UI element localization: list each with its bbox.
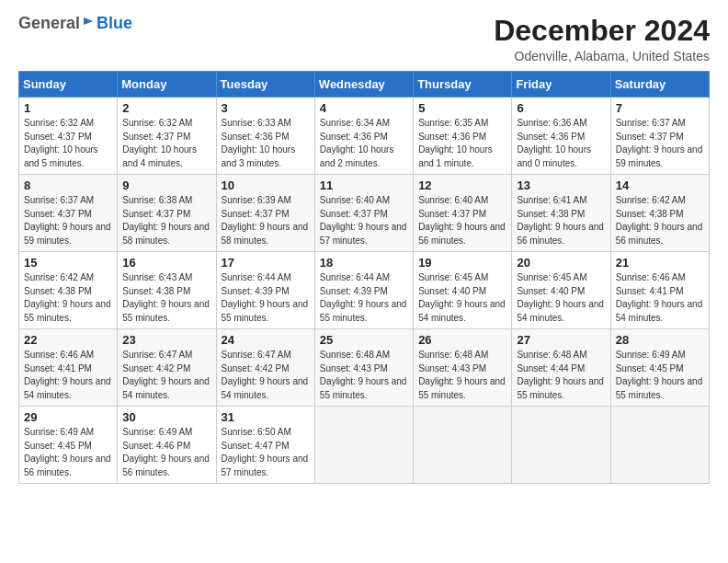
- calendar-cell: 19 Sunrise: 6:45 AMSunset: 4:40 PMDaylig…: [414, 252, 512, 329]
- calendar-cell: 22 Sunrise: 6:46 AMSunset: 4:41 PMDaylig…: [19, 329, 118, 407]
- day-number: 14: [616, 178, 704, 192]
- logo-general-text: General: [18, 15, 80, 31]
- header: General Blue December 2024 Odenville, Al…: [18, 15, 710, 63]
- day-number: 3: [222, 101, 310, 115]
- calendar-cell: 2 Sunrise: 6:32 AMSunset: 4:37 PMDayligh…: [118, 98, 216, 175]
- day-info: Sunrise: 6:32 AMSunset: 4:37 PMDaylight:…: [122, 118, 197, 168]
- calendar-cell: [314, 407, 413, 484]
- day-number: 5: [418, 101, 506, 115]
- calendar-cell: 4 Sunrise: 6:34 AMSunset: 4:36 PMDayligh…: [314, 98, 413, 175]
- day-info: Sunrise: 6:42 AMSunset: 4:38 PMDaylight:…: [616, 195, 703, 246]
- svg-marker-0: [84, 17, 93, 25]
- location: Odenville, Alabama, United States: [494, 49, 710, 63]
- day-number: 8: [24, 178, 112, 192]
- day-info: Sunrise: 6:48 AMSunset: 4:44 PMDaylight:…: [517, 350, 604, 400]
- day-info: Sunrise: 6:49 AMSunset: 4:45 PMDaylight:…: [616, 350, 703, 400]
- day-info: Sunrise: 6:40 AMSunset: 4:37 PMDaylight:…: [418, 195, 506, 246]
- logo-flag-icon: [82, 17, 95, 29]
- calendar-cell: 5 Sunrise: 6:35 AMSunset: 4:36 PMDayligh…: [414, 98, 512, 175]
- calendar-cell: 18 Sunrise: 6:44 AMSunset: 4:39 PMDaylig…: [314, 252, 413, 329]
- day-number: 2: [122, 101, 210, 115]
- calendar-week-row: 1 Sunrise: 6:32 AMSunset: 4:37 PMDayligh…: [19, 98, 710, 175]
- day-number: 25: [320, 333, 408, 347]
- month-title: December 2024: [494, 15, 710, 47]
- day-info: Sunrise: 6:32 AMSunset: 4:37 PMDaylight:…: [24, 118, 98, 168]
- day-info: Sunrise: 6:47 AMSunset: 4:42 PMDaylight:…: [222, 350, 309, 400]
- calendar-cell: 29 Sunrise: 6:49 AMSunset: 4:45 PMDaylig…: [19, 407, 118, 484]
- calendar-cell: 11 Sunrise: 6:40 AMSunset: 4:37 PMDaylig…: [314, 175, 413, 252]
- calendar-cell: 17 Sunrise: 6:44 AMSunset: 4:39 PMDaylig…: [216, 252, 314, 329]
- calendar-cell: 6 Sunrise: 6:36 AMSunset: 4:36 PMDayligh…: [512, 98, 610, 175]
- day-info: Sunrise: 6:35 AMSunset: 4:36 PMDaylight:…: [418, 118, 493, 168]
- calendar-week-row: 15 Sunrise: 6:42 AMSunset: 4:38 PMDaylig…: [19, 252, 710, 329]
- calendar-cell: 8 Sunrise: 6:37 AMSunset: 4:37 PMDayligh…: [19, 175, 118, 252]
- calendar-cell: 26 Sunrise: 6:48 AMSunset: 4:43 PMDaylig…: [414, 329, 512, 407]
- day-info: Sunrise: 6:37 AMSunset: 4:37 PMDaylight:…: [616, 118, 703, 168]
- calendar-cell: [610, 407, 709, 484]
- day-info: Sunrise: 6:47 AMSunset: 4:42 PMDaylight:…: [122, 350, 210, 400]
- day-number: 9: [122, 178, 210, 192]
- day-info: Sunrise: 6:50 AMSunset: 4:47 PMDaylight:…: [222, 427, 309, 477]
- day-info: Sunrise: 6:42 AMSunset: 4:38 PMDaylight:…: [24, 272, 111, 323]
- day-number: 13: [517, 178, 605, 192]
- calendar-cell: 25 Sunrise: 6:48 AMSunset: 4:43 PMDaylig…: [314, 329, 413, 407]
- calendar-cell: 28 Sunrise: 6:49 AMSunset: 4:45 PMDaylig…: [610, 329, 709, 407]
- calendar-page: General Blue December 2024 Odenville, Al…: [0, 0, 728, 499]
- calendar-cell: 9 Sunrise: 6:38 AMSunset: 4:37 PMDayligh…: [118, 175, 216, 252]
- day-info: Sunrise: 6:37 AMSunset: 4:37 PMDaylight:…: [24, 195, 111, 246]
- day-info: Sunrise: 6:44 AMSunset: 4:39 PMDaylight:…: [222, 272, 309, 323]
- day-info: Sunrise: 6:43 AMSunset: 4:38 PMDaylight:…: [122, 272, 210, 323]
- calendar-week-row: 22 Sunrise: 6:46 AMSunset: 4:41 PMDaylig…: [19, 329, 710, 407]
- day-info: Sunrise: 6:46 AMSunset: 4:41 PMDaylight:…: [616, 272, 703, 323]
- calendar-cell: 3 Sunrise: 6:33 AMSunset: 4:36 PMDayligh…: [216, 98, 314, 175]
- calendar-cell: 7 Sunrise: 6:37 AMSunset: 4:37 PMDayligh…: [610, 98, 709, 175]
- day-info: Sunrise: 6:39 AMSunset: 4:37 PMDaylight:…: [222, 195, 309, 246]
- calendar-header-monday: Monday: [118, 72, 216, 98]
- calendar-cell: 20 Sunrise: 6:45 AMSunset: 4:40 PMDaylig…: [512, 252, 610, 329]
- calendar-header-wednesday: Wednesday: [314, 72, 413, 98]
- day-number: 31: [222, 410, 310, 424]
- calendar-week-row: 8 Sunrise: 6:37 AMSunset: 4:37 PMDayligh…: [19, 175, 710, 252]
- calendar-header-sunday: Sunday: [19, 72, 118, 98]
- calendar-cell: 31 Sunrise: 6:50 AMSunset: 4:47 PMDaylig…: [216, 407, 314, 484]
- logo-blue-text: Blue: [97, 15, 132, 31]
- day-number: 22: [24, 333, 112, 347]
- calendar-cell: 10 Sunrise: 6:39 AMSunset: 4:37 PMDaylig…: [216, 175, 314, 252]
- day-info: Sunrise: 6:36 AMSunset: 4:36 PMDaylight:…: [517, 118, 591, 168]
- calendar-cell: 23 Sunrise: 6:47 AMSunset: 4:42 PMDaylig…: [118, 329, 216, 407]
- calendar-cell: [414, 407, 512, 484]
- day-number: 17: [222, 256, 310, 270]
- day-info: Sunrise: 6:40 AMSunset: 4:37 PMDaylight:…: [320, 195, 407, 246]
- calendar-week-row: 29 Sunrise: 6:49 AMSunset: 4:45 PMDaylig…: [19, 407, 710, 484]
- day-info: Sunrise: 6:48 AMSunset: 4:43 PMDaylight:…: [320, 350, 407, 400]
- calendar-cell: 27 Sunrise: 6:48 AMSunset: 4:44 PMDaylig…: [512, 329, 610, 407]
- title-area: December 2024 Odenville, Alabama, United…: [494, 15, 710, 63]
- calendar-cell: 12 Sunrise: 6:40 AMSunset: 4:37 PMDaylig…: [414, 175, 512, 252]
- day-number: 4: [320, 101, 408, 115]
- day-number: 27: [517, 333, 605, 347]
- day-number: 19: [418, 256, 506, 270]
- calendar-cell: 21 Sunrise: 6:46 AMSunset: 4:41 PMDaylig…: [610, 252, 709, 329]
- day-number: 16: [122, 256, 210, 270]
- calendar-header-thursday: Thursday: [414, 72, 512, 98]
- day-info: Sunrise: 6:45 AMSunset: 4:40 PMDaylight:…: [418, 272, 506, 323]
- day-number: 7: [616, 101, 704, 115]
- day-number: 15: [24, 256, 112, 270]
- day-info: Sunrise: 6:45 AMSunset: 4:40 PMDaylight:…: [517, 272, 604, 323]
- day-number: 24: [222, 333, 310, 347]
- calendar-header-saturday: Saturday: [610, 72, 709, 98]
- day-info: Sunrise: 6:38 AMSunset: 4:37 PMDaylight:…: [122, 195, 210, 246]
- day-number: 10: [222, 178, 310, 192]
- calendar-cell: [512, 407, 610, 484]
- day-info: Sunrise: 6:33 AMSunset: 4:36 PMDaylight:…: [222, 118, 296, 168]
- day-info: Sunrise: 6:41 AMSunset: 4:38 PMDaylight:…: [517, 195, 604, 246]
- day-info: Sunrise: 6:49 AMSunset: 4:45 PMDaylight:…: [24, 427, 111, 477]
- day-info: Sunrise: 6:44 AMSunset: 4:39 PMDaylight:…: [320, 272, 407, 323]
- day-number: 23: [122, 333, 210, 347]
- day-number: 30: [122, 410, 210, 424]
- calendar-cell: 14 Sunrise: 6:42 AMSunset: 4:38 PMDaylig…: [610, 175, 709, 252]
- day-number: 29: [24, 410, 112, 424]
- day-info: Sunrise: 6:49 AMSunset: 4:46 PMDaylight:…: [122, 427, 210, 477]
- day-number: 6: [517, 101, 605, 115]
- day-info: Sunrise: 6:46 AMSunset: 4:41 PMDaylight:…: [24, 350, 111, 400]
